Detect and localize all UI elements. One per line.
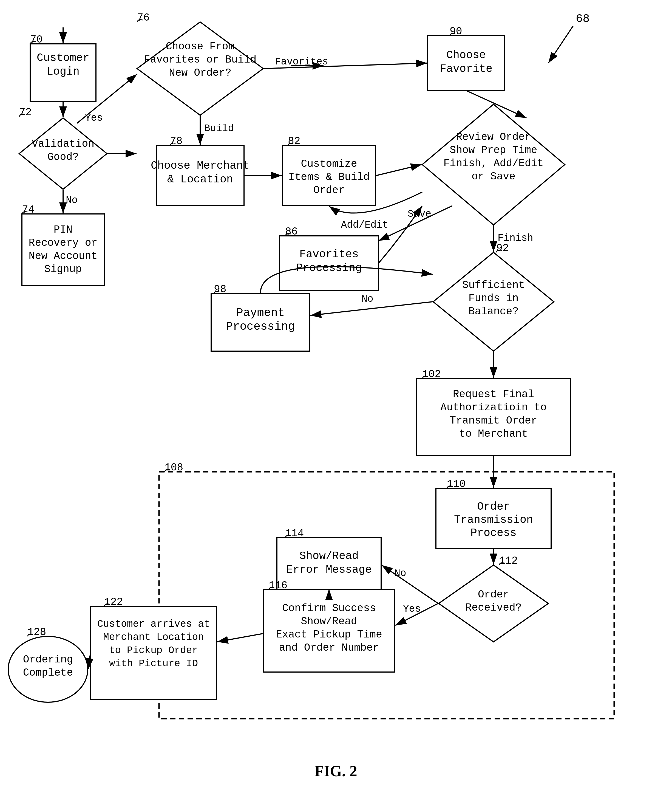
svg-text:Transmission: Transmission: [454, 514, 533, 526]
svg-text:Favorites: Favorites: [299, 248, 358, 261]
svg-text:Validation: Validation: [32, 138, 94, 150]
svg-text:108: 108: [165, 461, 183, 473]
svg-text:92: 92: [496, 242, 509, 254]
svg-text:Order: Order: [478, 589, 509, 601]
svg-text:Order: Order: [477, 501, 510, 513]
svg-text:Good?: Good?: [48, 151, 79, 163]
figure-label: FIG. 2: [315, 763, 357, 780]
svg-text:No: No: [66, 195, 78, 206]
svg-text:Build: Build: [204, 123, 234, 134]
svg-text:Customer arrives at: Customer arrives at: [97, 618, 210, 630]
svg-text:102: 102: [422, 368, 441, 380]
svg-text:Balance?: Balance?: [469, 306, 518, 317]
svg-text:& Location: & Location: [167, 173, 233, 186]
svg-text:110: 110: [447, 478, 466, 490]
svg-text:Recovery or: Recovery or: [29, 237, 98, 249]
svg-text:Show/Read: Show/Read: [301, 615, 357, 627]
svg-text:82: 82: [288, 135, 301, 147]
svg-text:Review Order: Review Order: [456, 131, 531, 143]
svg-text:74: 74: [22, 204, 35, 216]
svg-text:Confirm Success: Confirm Success: [282, 602, 376, 614]
ref-68: 68: [576, 12, 589, 26]
svg-text:Favorite: Favorite: [440, 63, 493, 75]
svg-text:Show Prep Time: Show Prep Time: [450, 144, 537, 156]
svg-text:Finish: Finish: [498, 232, 533, 244]
svg-text:PIN: PIN: [54, 224, 72, 235]
svg-text:114: 114: [285, 527, 304, 539]
svg-text:Choose From: Choose From: [166, 41, 235, 52]
svg-text:76: 76: [137, 12, 150, 24]
svg-text:Request Final: Request Final: [453, 388, 534, 400]
svg-text:Favorites or Build: Favorites or Build: [144, 54, 256, 66]
svg-text:Customer: Customer: [37, 52, 90, 64]
svg-text:116: 116: [269, 580, 287, 591]
svg-text:Yes: Yes: [403, 604, 421, 615]
svg-text:Login: Login: [46, 66, 80, 78]
svg-text:or Save: or Save: [472, 171, 515, 183]
svg-text:Order: Order: [314, 184, 345, 196]
svg-text:90: 90: [450, 26, 462, 37]
svg-text:No: No: [394, 568, 406, 579]
svg-text:70: 70: [30, 34, 43, 45]
svg-text:86: 86: [285, 226, 298, 237]
flowchart-diagram: Customer Login 70 Choose From Favorites …: [0, 0, 672, 793]
svg-text:Complete: Complete: [23, 667, 73, 679]
svg-text:New Order?: New Order?: [169, 67, 231, 79]
svg-text:No: No: [362, 293, 373, 305]
svg-text:122: 122: [104, 596, 123, 608]
svg-text:78: 78: [170, 135, 182, 147]
svg-text:98: 98: [214, 284, 226, 295]
svg-text:Process: Process: [470, 527, 517, 539]
svg-text:Finish, Add/Edit: Finish, Add/Edit: [443, 157, 544, 169]
svg-text:Ordering: Ordering: [23, 654, 73, 665]
svg-text:Choose: Choose: [446, 49, 486, 61]
svg-text:Merchant Location: Merchant Location: [103, 632, 204, 643]
svg-text:with Picture ID: with Picture ID: [109, 658, 198, 669]
svg-text:128: 128: [27, 626, 46, 638]
svg-text:Exact Pickup Time: Exact Pickup Time: [276, 629, 382, 641]
svg-text:New Account: New Account: [29, 250, 98, 262]
svg-text:Payment: Payment: [236, 306, 285, 320]
svg-text:Yes: Yes: [85, 112, 103, 124]
svg-text:Sufficient: Sufficient: [462, 279, 525, 291]
svg-text:Signup: Signup: [45, 263, 82, 275]
svg-text:Transmit Order: Transmit Order: [450, 415, 537, 426]
svg-text:Add/Edit: Add/Edit: [341, 219, 389, 231]
svg-text:Customize: Customize: [301, 158, 357, 170]
svg-text:Funds in: Funds in: [469, 292, 518, 304]
svg-text:Received?: Received?: [465, 602, 522, 614]
svg-text:Error Message: Error Message: [286, 564, 372, 576]
svg-text:112: 112: [499, 555, 518, 567]
svg-text:and Order Number: and Order Number: [279, 642, 379, 654]
svg-text:Choose Merchant: Choose Merchant: [151, 160, 250, 172]
svg-text:Processing: Processing: [226, 320, 295, 333]
svg-text:to Pickup Order: to Pickup Order: [109, 645, 198, 656]
svg-text:Authorizatioin to: Authorizatioin to: [440, 402, 547, 413]
svg-text:Show/Read: Show/Read: [299, 550, 358, 562]
svg-text:to Merchant: to Merchant: [459, 428, 528, 440]
svg-text:Items & Build: Items & Build: [288, 171, 370, 183]
svg-text:72: 72: [19, 106, 32, 118]
